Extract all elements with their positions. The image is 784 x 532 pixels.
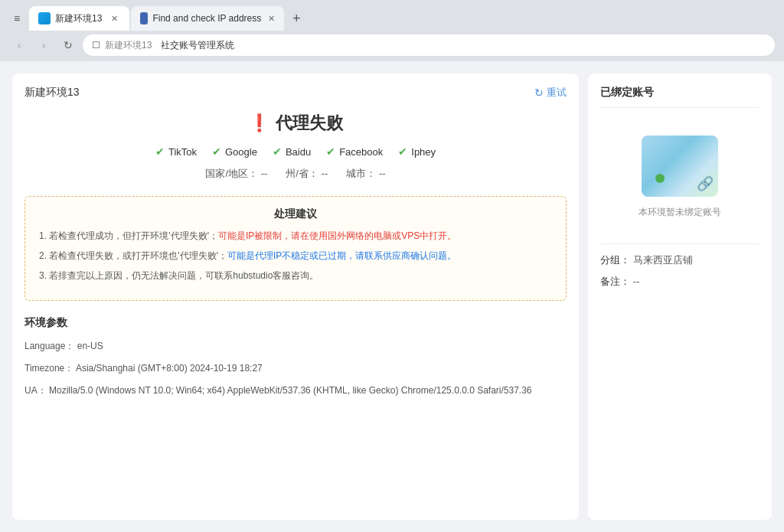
advisory-link-2[interactable]: 可能是代理IP不稳定或已过期，请联系供应商确认问题。 [227,250,456,261]
check-google-icon: ✔ [212,145,221,158]
advisory-box: 处理建议 1. 若检查代理成功，但打开环境'代理失败'；可能是IP被限制，请在使… [24,196,567,301]
account-dot [655,174,665,183]
proxy-fail-text: 代理失败 [276,112,343,135]
advisory-item-3: 3. 若排查完以上原因，仍无法解决问题，可联系hubstudio客服咨询。 [39,269,552,283]
account-empty-text: 本环境暂未绑定账号 [639,206,721,219]
address-breadcrumb: 新建环境13 [105,39,152,52]
tab-list-button[interactable]: ≡ [6,8,28,29]
address-favicon-icon: ☐ [92,40,100,51]
country-label: 国家/地区： -- [205,167,267,181]
tab2-favicon [140,12,148,24]
tab-2[interactable]: Find and check IP address ✕ [131,6,284,31]
check-facebook-icon: ✔ [326,145,335,158]
address-input-bar[interactable]: ☐ 新建环境13 社交账号管理系统 [83,34,775,56]
env-timezone: Timezone： Asia/Shanghai (GMT+8:00) 2024-… [24,361,567,376]
env-timezone-value: Asia/Shanghai (GMT+8:00) 2024-10-19 18:2… [76,363,263,374]
checks-row: ✔ TikTok ✔ Google ✔ Baidu ✔ Facebook [24,145,567,158]
browser-window: ≡ 新建环境13 ✕ Find and check IP address ✕ +… [0,0,784,532]
panel-title: 新建环境13 [24,86,80,100]
env-language-value: en-US [77,341,103,351]
env-timezone-label: Timezone： [24,363,74,374]
back-button[interactable]: ‹ [9,35,29,55]
main-panel: 新建环境13 ↻ 重试 ❗ 代理失败 ✔ TikTok [12,73,579,520]
check-baidu-label: Baidu [286,146,311,158]
tab1-label: 新建环境13 [55,12,102,25]
new-tab-button[interactable]: + [286,8,307,29]
check-google: ✔ Google [212,145,257,158]
env-language: Language： en-US [24,339,567,354]
check-baidu-icon: ✔ [273,145,282,158]
env-ua-label: UA： [24,385,47,396]
province-label: 州/省： -- [286,167,328,181]
right-divider [600,243,760,244]
group-info: 分组： 马来西亚店铺 [600,253,760,267]
advisory-item-1: 1. 若检查代理成功，但打开环境'代理失败'；可能是IP被限制，请在使用国外网络… [39,229,552,243]
panel-header: 新建环境13 ↻ 重试 [24,86,567,100]
check-tiktok-label: TikTok [168,146,197,158]
env-params-section: 环境参数 Language： en-US Timezone： Asia/Shan… [24,316,567,399]
address-path: 社交账号管理系统 [161,39,234,52]
account-placeholder: 本环境暂未绑定账号 [600,120,760,234]
env-params-title: 环境参数 [24,316,567,330]
retry-button[interactable]: ↻ 重试 [534,86,567,100]
fail-icon: ❗ [249,113,270,133]
forward-button[interactable]: › [34,35,54,55]
tab2-label: Find and check IP address [152,13,261,24]
check-facebook-label: Facebook [339,146,383,158]
tab-bar: ≡ 新建环境13 ✕ Find and check IP address ✕ + [0,0,784,31]
check-iphey: ✔ Iphey [398,145,436,158]
check-tiktok: ✔ TikTok [155,145,197,158]
advisory-link-1[interactable]: 可能是IP被限制，请在使用国外网络的电脑或VPS中打开。 [218,230,456,241]
check-baidu: ✔ Baidu [273,145,311,158]
group-label: 分组： [600,254,630,266]
advisory-item-2: 2. 若检查代理失败，或打开环境也'代理失败'；可能是代理IP不稳定或已过期，请… [39,249,552,263]
refresh-button[interactable]: ↻ [58,35,78,55]
check-iphey-label: Iphey [411,146,436,158]
check-facebook: ✔ Facebook [326,145,383,158]
check-iphey-icon: ✔ [398,145,407,158]
page-content: 新建环境13 ↻ 重试 ❗ 代理失败 ✔ TikTok [0,61,784,532]
env-language-label: Language： [24,341,74,351]
note-value: -- [633,276,640,287]
check-tiktok-icon: ✔ [155,145,165,158]
note-info: 备注： -- [600,275,760,289]
retry-label: 重试 [547,86,567,100]
retry-icon: ↻ [534,86,544,99]
env-ua: UA： Mozilla/5.0 (Windows NT 10.0; Win64;… [24,383,567,398]
advisory-title: 处理建议 [39,207,552,221]
tab1-close-button[interactable]: ✕ [108,12,120,24]
advisory-list: 1. 若检查代理成功，但打开环境'代理失败'；可能是IP被限制，请在使用国外网络… [39,229,552,284]
note-label: 备注： [600,276,630,287]
address-bar: ‹ › ↻ ☐ 新建环境13 社交账号管理系统 [0,31,784,61]
group-value: 马来西亚店铺 [633,254,693,266]
right-panel: 已绑定账号 本环境暂未绑定账号 分组： 马来西亚店铺 备注： -- Verify… [588,73,772,520]
account-image [642,135,718,197]
right-panel-title: 已绑定账号 [600,86,760,108]
check-google-label: Google [225,146,257,158]
tab1-favicon [38,12,51,24]
tab2-close-button[interactable]: ✕ [267,12,275,24]
env-ua-value: Mozilla/5.0 (Windows NT 10.0; Win64; x64… [49,385,532,396]
location-row: 国家/地区： -- 州/省： -- 城市： -- [24,167,567,181]
proxy-fail-title: ❗ 代理失败 [24,112,567,135]
proxy-fail-section: ❗ 代理失败 ✔ TikTok ✔ Google ✔ Baidu [24,112,567,181]
tab-1[interactable]: 新建环境13 ✕ [29,6,129,31]
city-label: 城市： -- [346,167,385,181]
